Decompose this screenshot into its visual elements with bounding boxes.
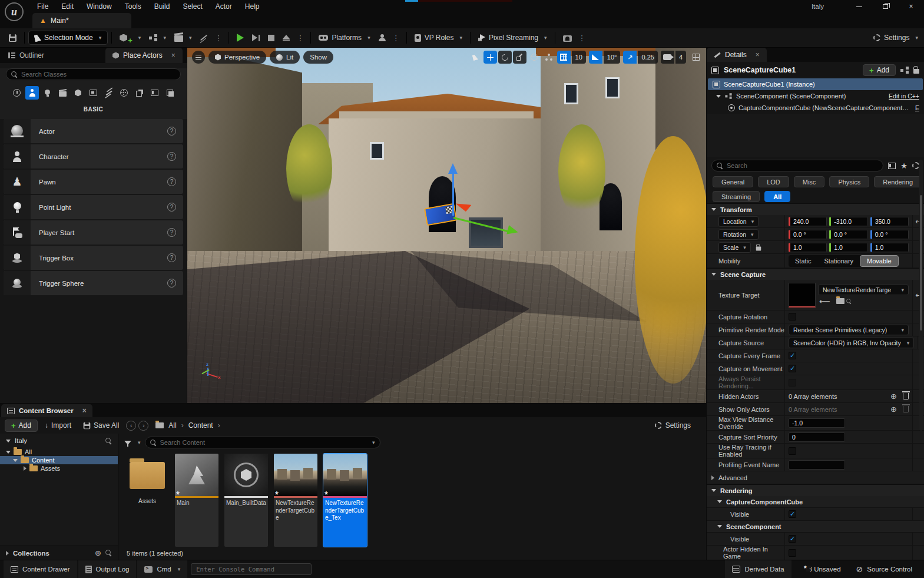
menu-build[interactable]: Build bbox=[148, 0, 177, 13]
viewport-options-menu[interactable] bbox=[192, 51, 205, 64]
filter-tab-misc[interactable]: Misc bbox=[794, 176, 825, 187]
section-scene-capture[interactable]: Scene Capture bbox=[707, 268, 924, 280]
search-icon[interactable] bbox=[105, 438, 112, 444]
console-command-input[interactable] bbox=[196, 566, 306, 573]
select-tool[interactable] bbox=[469, 51, 482, 64]
source-control-button[interactable]: ⊘ Source Control bbox=[849, 560, 919, 578]
selection-mode-dropdown[interactable]: Selection Mode ▾ bbox=[28, 31, 108, 45]
component-row-scene-component[interactable]: SceneComponent (SceneComponent) Edit in … bbox=[707, 90, 924, 102]
stop-button[interactable] bbox=[264, 30, 279, 45]
capture-rotation-checkbox[interactable] bbox=[789, 313, 796, 321]
use-selected-asset-icon[interactable]: ⟵ bbox=[819, 297, 830, 306]
clear-array-icon[interactable] bbox=[903, 393, 909, 399]
rotation-snap-toggle[interactable] bbox=[589, 51, 602, 64]
favorites-star-icon[interactable]: ★ bbox=[900, 161, 908, 170]
back-button[interactable]: ‹ bbox=[126, 421, 136, 431]
clear-array-icon[interactable] bbox=[903, 406, 909, 412]
geometry-category-icon[interactable] bbox=[71, 86, 85, 100]
restore-button[interactable] bbox=[872, 0, 898, 13]
max-view-distance-field[interactable]: -1.0 bbox=[789, 418, 845, 428]
details-settings-gear-icon[interactable] bbox=[912, 162, 919, 169]
eject-button[interactable] bbox=[279, 30, 294, 45]
help-icon[interactable]: ? bbox=[167, 152, 176, 161]
asset-tile-rendertarget-cube-tex[interactable]: * NewTextureRenderTargetCube_Tex bbox=[323, 454, 367, 547]
scale-dropdown[interactable]: Scale▾ bbox=[718, 242, 751, 253]
scale-z-field[interactable]: 1.0 bbox=[870, 243, 909, 252]
media-category-icon[interactable] bbox=[117, 86, 131, 100]
asset-tile-main-builtdata[interactable]: Main_BuiltData bbox=[224, 454, 268, 547]
world-local-toggle[interactable] bbox=[528, 51, 541, 64]
source-expand-icon[interactable] bbox=[6, 440, 11, 442]
visible-checkbox[interactable]: ✓ bbox=[789, 510, 796, 518]
derived-data-button[interactable]: Derived Data bbox=[725, 560, 791, 578]
scale-x-field[interactable]: 1.0 bbox=[789, 243, 827, 252]
filter-tab-streaming[interactable]: Streaming bbox=[713, 191, 760, 202]
camera-speed-button[interactable] bbox=[661, 51, 674, 64]
subsection-scene-component[interactable]: SceneComponent bbox=[707, 521, 924, 533]
add-asset-button[interactable]: + Add bbox=[5, 420, 38, 432]
capture-every-frame-checkbox[interactable]: ✓ bbox=[789, 352, 796, 359]
primitive-render-mode-dropdown[interactable]: Render Scene Primitives (Legacy)▾ bbox=[789, 325, 909, 335]
scale-snap-toggle[interactable]: ↗ bbox=[623, 51, 637, 64]
help-icon[interactable]: ? bbox=[167, 177, 176, 186]
menu-edit[interactable]: Edit bbox=[55, 0, 80, 13]
minimize-button[interactable] bbox=[846, 0, 872, 13]
actor-hidden-checkbox[interactable] bbox=[789, 549, 796, 557]
import-button[interactable]: ↓ Import bbox=[40, 419, 76, 432]
row-advanced-scene-capture[interactable]: Advanced bbox=[707, 471, 924, 484]
visual-effects-category-icon[interactable] bbox=[102, 86, 115, 100]
menu-window[interactable]: Window bbox=[80, 0, 118, 13]
content-drawer-button[interactable]: Content Drawer bbox=[4, 560, 77, 578]
surface-snap-toggle[interactable] bbox=[542, 51, 556, 64]
capture-overflow-dots[interactable]: ⋮ bbox=[576, 34, 589, 42]
menu-help[interactable]: Help bbox=[239, 0, 266, 13]
place-actor-item-trigger-sphere[interactable]: Trigger Sphere ? bbox=[4, 271, 183, 295]
tree-item-all[interactable]: All bbox=[0, 448, 118, 456]
search-content-input[interactable] bbox=[160, 439, 366, 446]
asset-tile-main[interactable]: * Main bbox=[175, 454, 218, 547]
menu-file[interactable]: File bbox=[31, 0, 55, 13]
add-array-element-icon[interactable]: ⊕ bbox=[890, 392, 897, 401]
filter-tab-lod[interactable]: LOD bbox=[758, 176, 789, 187]
tab-outliner[interactable]: Outliner bbox=[1, 48, 51, 63]
collections-bar[interactable]: Collections ⊕ bbox=[0, 546, 118, 560]
scale-y-field[interactable]: 1.0 bbox=[829, 243, 867, 252]
lit-mode-dropdown[interactable]: Lit bbox=[270, 51, 300, 64]
mobility-movable[interactable]: Movable bbox=[860, 255, 899, 267]
help-icon[interactable]: ? bbox=[167, 279, 176, 288]
breadcrumb-content[interactable]: Content bbox=[186, 421, 216, 430]
tree-item-assets[interactable]: Assets bbox=[0, 464, 118, 473]
menu-tools[interactable]: Tools bbox=[118, 0, 148, 13]
all-classes-category-icon[interactable] bbox=[163, 86, 177, 100]
unreal-logo-icon[interactable]: u bbox=[5, 2, 24, 21]
platforms-overflow-dots[interactable]: ⋮ bbox=[390, 34, 403, 42]
frame-skip-button[interactable] bbox=[248, 30, 264, 45]
volumes-category-icon[interactable] bbox=[87, 86, 100, 100]
place-actor-item-pawn[interactable]: ♟ Pawn ? bbox=[4, 170, 183, 194]
media-capture-button[interactable] bbox=[559, 30, 576, 45]
add-array-element-icon[interactable]: ⊕ bbox=[890, 405, 897, 414]
rotation-x-field[interactable]: 0.0 ° bbox=[789, 230, 827, 239]
mobility-static[interactable]: Static bbox=[789, 257, 818, 265]
filter-tab-general[interactable]: General bbox=[713, 176, 753, 187]
forward-button[interactable]: › bbox=[138, 421, 148, 431]
visible-checkbox[interactable]: ✓ bbox=[789, 535, 796, 543]
menu-actor[interactable]: Actor bbox=[209, 0, 239, 13]
play-button[interactable] bbox=[233, 30, 248, 45]
location-y-field[interactable]: -310.0 bbox=[829, 217, 867, 226]
menu-select[interactable]: Select bbox=[176, 0, 208, 13]
tab-place-actors[interactable]: Place Actors × bbox=[105, 48, 183, 63]
recently-placed-icon[interactable] bbox=[10, 86, 24, 100]
camera-speed-value[interactable]: 4 bbox=[675, 51, 686, 64]
cinematic-category-icon[interactable] bbox=[56, 86, 69, 100]
location-x-field[interactable]: 240.0 bbox=[789, 217, 827, 226]
filter-tab-rendering[interactable]: Rendering bbox=[874, 176, 922, 187]
search-collections-icon[interactable] bbox=[105, 550, 112, 556]
rotate-tool[interactable] bbox=[498, 51, 512, 64]
scale-lock-icon[interactable] bbox=[756, 246, 761, 250]
blueprints-dropdown[interactable]: ▾ bbox=[145, 30, 170, 45]
place-actor-item-player-start[interactable]: Player Start ? bbox=[4, 220, 183, 245]
editor-settings-dropdown[interactable]: Settings ▾ bbox=[873, 34, 918, 42]
cmd-dropdown[interactable]: Cmd ▾ bbox=[137, 560, 187, 578]
tab-content-browser[interactable]: Content Browser × bbox=[1, 404, 92, 417]
